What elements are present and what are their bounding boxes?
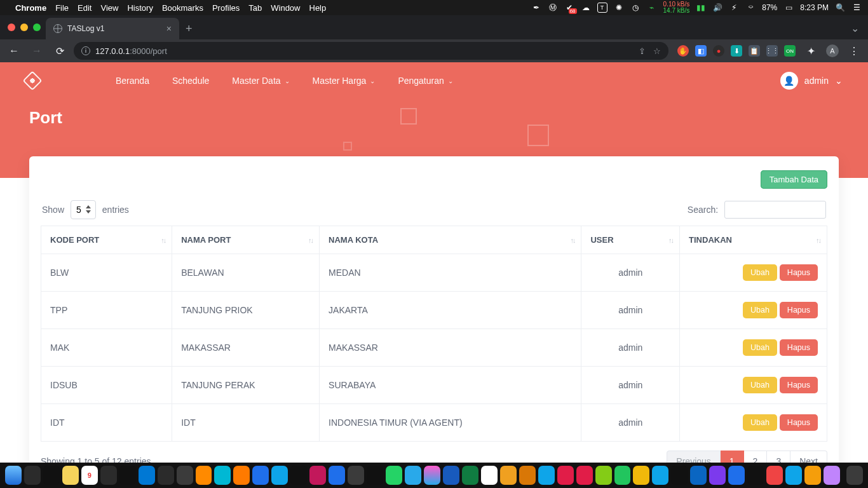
col-nama-kota[interactable]: NAMA KOTA↑↓	[320, 226, 581, 254]
menu-bookmarks[interactable]: Bookmarks	[162, 3, 203, 13]
menu-tab[interactable]: Tab	[248, 3, 262, 13]
dock-app17-icon[interactable]	[709, 466, 726, 485]
wifi-icon[interactable]: ⌔	[745, 3, 756, 13]
dock-telegram-icon[interactable]	[405, 466, 421, 485]
menubar-clock[interactable]: 8:23 PM	[800, 3, 829, 12]
dock-app12-icon[interactable]	[557, 466, 574, 485]
edit-button[interactable]: Ubah	[743, 264, 777, 281]
dock-app23-icon[interactable]	[824, 466, 840, 485]
menu-edit[interactable]: Edit	[78, 3, 92, 13]
page-next-button[interactable]: Next	[790, 451, 827, 463]
dock-evernote-icon[interactable]	[614, 466, 631, 485]
cloud-icon[interactable]: ☁	[581, 3, 591, 13]
ext-on-icon[interactable]: ON	[784, 45, 796, 57]
browser-tab[interactable]: TASLog v1 ×	[46, 18, 179, 39]
bars-icon[interactable]: ▮▮	[696, 3, 706, 13]
dock-app18-icon[interactable]	[728, 466, 745, 485]
tab-close-icon[interactable]: ×	[166, 24, 172, 34]
battery-percent[interactable]: 87%	[762, 3, 777, 12]
todoist-icon[interactable]: ✔	[564, 3, 574, 13]
dock-music-icon[interactable]	[424, 466, 440, 485]
dock-finder-icon[interactable]	[5, 466, 22, 485]
delete-button[interactable]: Hapus	[780, 377, 818, 393]
profile-avatar[interactable]: A	[826, 44, 839, 57]
network-stats[interactable]: 0.10 kB/s 14.7 kB/s	[663, 1, 690, 14]
col-tindakan[interactable]: TINDAKAN↑↓	[680, 226, 827, 254]
ext-record-icon[interactable]: ●	[713, 45, 724, 57]
dock-app19-icon[interactable]	[747, 466, 764, 485]
delete-button[interactable]: Hapus	[780, 302, 818, 318]
status-t-icon[interactable]: T	[597, 3, 607, 13]
dock-app10-icon[interactable]	[519, 466, 536, 485]
edit-button[interactable]: Ubah	[743, 302, 777, 318]
activity-icon[interactable]: ⌁	[647, 3, 657, 13]
nav-master-data[interactable]: Master Data⌄	[232, 76, 289, 86]
ext-download-icon[interactable]: ⬇	[731, 45, 742, 57]
new-tab-button[interactable]: +	[179, 22, 199, 39]
dock-app2-icon[interactable]	[158, 466, 174, 485]
dock-launchpad-icon[interactable]	[24, 466, 41, 485]
add-data-button[interactable]: Tambah Data	[761, 170, 827, 189]
control-center-icon[interactable]: ☰	[851, 3, 862, 13]
dock-trash-icon[interactable]	[846, 466, 863, 485]
menu-window[interactable]: Window	[271, 3, 300, 13]
delete-button[interactable]: Hapus	[780, 264, 818, 281]
dock-app20-icon[interactable]	[766, 466, 783, 485]
bookmark-star-icon[interactable]: ☆	[653, 46, 661, 56]
page-2-button[interactable]: 2	[744, 451, 768, 463]
site-info-icon[interactable]: i	[81, 46, 90, 55]
delete-button[interactable]: Hapus	[780, 339, 818, 356]
dock-word-icon[interactable]	[443, 466, 459, 485]
menu-history[interactable]: History	[127, 3, 153, 13]
col-nama-port[interactable]: NAMA PORT↑↓	[172, 226, 320, 254]
dock-linkedin-icon[interactable]	[690, 466, 707, 485]
edit-button[interactable]: Ubah	[743, 339, 777, 356]
page-1-button[interactable]: 1	[721, 451, 744, 463]
dock-app3-icon[interactable]	[177, 466, 193, 485]
app-logo-icon[interactable]	[22, 71, 42, 90]
ext-adblock-icon[interactable]: ✋	[677, 45, 689, 57]
menu-view[interactable]: View	[100, 3, 118, 13]
nav-pengaturan[interactable]: Pengaturan⌄	[398, 76, 452, 86]
page-length-select[interactable]: 5	[71, 200, 96, 219]
dock-excel-icon[interactable]	[462, 466, 478, 485]
dock-app5-icon[interactable]	[214, 466, 231, 485]
feather-icon[interactable]: ✒︎	[531, 3, 541, 13]
menu-app[interactable]: Chrome	[15, 3, 46, 13]
page-3-button[interactable]: 3	[767, 451, 790, 463]
dock-whatsapp-icon[interactable]	[386, 466, 402, 485]
nav-beranda[interactable]: Beranda	[116, 76, 149, 86]
dock-app4-icon[interactable]	[196, 466, 212, 485]
col-user[interactable]: USER↑↓	[581, 226, 680, 254]
dock-vscode-icon[interactable]	[139, 466, 155, 485]
dock-app15-icon[interactable]	[652, 466, 668, 485]
address-bar[interactable]: i 127.0.0.1:8000/port ⇪ ☆	[74, 42, 668, 60]
chrome-menu-icon[interactable]: ⋮	[845, 42, 863, 60]
ext-blue-icon[interactable]: ◧	[695, 45, 707, 57]
extensions-puzzle-icon[interactable]: ✦	[802, 42, 820, 60]
spotlight-icon[interactable]: 🔍	[835, 3, 845, 13]
volume-icon[interactable]: 🔊	[712, 3, 722, 13]
dock-intellij-icon[interactable]	[290, 466, 307, 485]
dock-app9-icon[interactable]	[500, 466, 517, 485]
dock-notes-icon[interactable]	[62, 466, 79, 485]
forward-button[interactable]: →	[28, 42, 46, 60]
menu-profiles[interactable]: Profiles	[212, 3, 240, 13]
edit-button[interactable]: Ubah	[743, 377, 777, 393]
window-minimize-button[interactable]	[20, 24, 28, 31]
macos-dock[interactable]: 9	[0, 463, 868, 488]
dock-app11-icon[interactable]	[538, 466, 555, 485]
user-menu[interactable]: 👤 admin ⌄	[780, 72, 843, 90]
nav-master-harga[interactable]: Master Harga⌄	[313, 76, 376, 86]
bolt-icon[interactable]: ⚡︎	[729, 3, 739, 13]
status-m-icon[interactable]: Ⓜ	[548, 3, 558, 13]
dock-rd-icon[interactable]	[309, 466, 326, 485]
dock-chrome-icon[interactable]	[481, 466, 498, 485]
dock-app-icon[interactable]	[100, 466, 117, 485]
dock-spotify-icon[interactable]	[367, 466, 383, 485]
page-prev-button[interactable]: Previous	[667, 451, 720, 463]
menu-help[interactable]: Help	[309, 3, 327, 13]
window-close-button[interactable]	[8, 24, 15, 31]
battery-icon[interactable]: ▭	[783, 3, 794, 13]
dock-docker-icon[interactable]	[271, 466, 288, 485]
